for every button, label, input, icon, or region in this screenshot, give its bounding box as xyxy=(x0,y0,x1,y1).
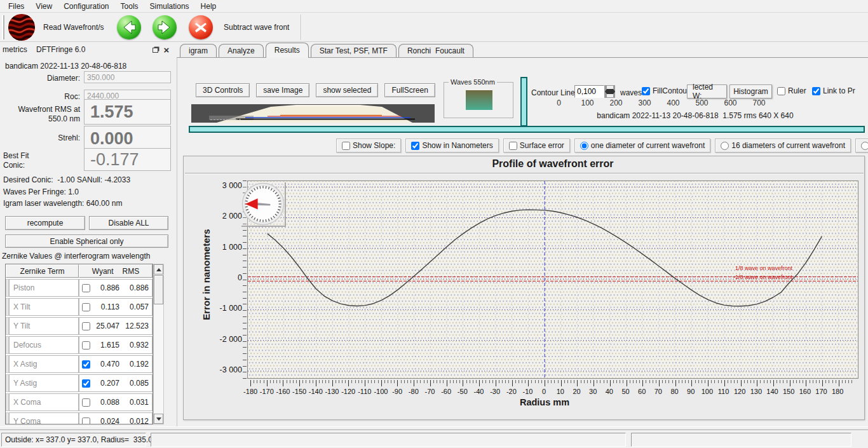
zernike-enable-checkbox[interactable] xyxy=(82,284,90,292)
toolbar-grip[interactable] xyxy=(2,15,4,39)
menu-bar: FilesViewConfigurationToolsSimulationsHe… xyxy=(0,0,868,13)
float-dock-icon[interactable] xyxy=(150,44,160,55)
scroll-down-icon[interactable] xyxy=(154,414,163,424)
option-show-in-nanometers-input[interactable] xyxy=(411,142,419,150)
option-all-wavefronts[interactable]: All wavefronts xyxy=(855,139,868,153)
spin-down-icon[interactable] xyxy=(604,92,614,98)
zernike-enable-checkbox[interactable] xyxy=(82,303,90,311)
contour-value-input[interactable] xyxy=(574,85,604,98)
menu-simulations[interactable]: Simulations xyxy=(144,1,195,12)
zernike-term: Y Astig xyxy=(9,374,79,392)
wavefront-file-name: bandicam 2022-11-13 20-48-06-818 xyxy=(5,62,126,71)
vertical-splitter[interactable] xyxy=(520,77,527,126)
option-show-in-nanometers[interactable]: Show in Nanometers xyxy=(405,139,498,153)
ruler-checkbox-input[interactable] xyxy=(777,87,785,95)
link-profile-checkbox[interactable]: Link to Pr xyxy=(812,86,855,95)
rms-value: 0.932 xyxy=(122,341,149,350)
save-image-button[interactable]: save Image xyxy=(256,83,309,97)
zernike-term: Y Tilt xyxy=(9,317,79,335)
fill-contour-checkbox[interactable]: FillContou xyxy=(642,86,687,95)
zernike-row-x-coma: X Coma0.0880.031 xyxy=(6,393,153,411)
zernike-enable-checkbox[interactable] xyxy=(82,322,90,330)
zernike-term-header[interactable]: Zernike Term xyxy=(6,264,79,278)
disable-all-button[interactable]: Disable ALL xyxy=(89,216,168,230)
ruler-checkbox[interactable]: Ruler xyxy=(777,86,806,95)
scroll-up-icon[interactable] xyxy=(154,264,163,275)
back-arrow-icon[interactable] xyxy=(117,15,141,39)
subtract-wavefront-label[interactable]: Subtract wave front xyxy=(224,23,289,32)
zernike-enable-checkbox[interactable] xyxy=(82,379,90,388)
wyant-value: 25.047 xyxy=(93,322,119,330)
option-label: Show Slope: xyxy=(353,141,395,150)
forward-arrow-icon[interactable] xyxy=(153,15,177,39)
recompute-button[interactable]: recompute xyxy=(5,216,85,230)
zernike-values: 0.1130.057 xyxy=(79,298,153,316)
horizontal-splitter[interactable] xyxy=(189,126,865,133)
spin-up-icon[interactable] xyxy=(604,85,614,92)
scale-tick: 0 xyxy=(545,98,573,107)
profile-chart: Profile of wavefront error Error in nano… xyxy=(183,156,865,420)
ref-line-label: 1/8 wave on wavefront xyxy=(678,266,792,271)
status-message: Outside: x= 337.0 y= 337.0, Radius= 335.… xyxy=(1,433,146,447)
option-one-diameter-of-current-wavefront-input[interactable] xyxy=(580,142,588,150)
chart-title-rule xyxy=(185,173,864,174)
fullscreen-button[interactable]: FullScreen xyxy=(384,83,435,97)
menu-tools[interactable]: Tools xyxy=(115,1,144,12)
tab-star-test-psf-mtf[interactable]: Star Test, PSF, MTF xyxy=(311,44,397,57)
zernike-values: 0.2070.085 xyxy=(79,374,153,392)
zernike-term: Defocus xyxy=(9,336,79,354)
zernike-row-x-tilt: X Tilt0.1130.057 xyxy=(6,298,153,316)
zernike-values: 0.8860.886 xyxy=(79,279,153,297)
option-surface-error[interactable]: Surface error xyxy=(503,139,570,153)
zernike-values-header[interactable]: Wyant RMS xyxy=(79,264,153,278)
zernike-table: Zernike Term Wyant RMS Piston0.8860.886X… xyxy=(5,264,153,424)
zernike-enable-checkbox[interactable] xyxy=(82,398,90,407)
menu-configuration[interactable]: Configuration xyxy=(58,1,114,12)
rms-value: 0.192 xyxy=(122,360,149,369)
option-show-slope-input[interactable] xyxy=(342,142,350,150)
zernike-term: X Coma xyxy=(9,393,79,411)
option-label: Show in Nanometers xyxy=(422,141,492,150)
tab-analyze[interactable]: Analyze xyxy=(219,44,264,57)
tab-ronchi-foucault[interactable]: Ronchi Foucault xyxy=(398,44,473,57)
show-selected-button[interactable]: show selected xyxy=(316,83,378,97)
menu-files[interactable]: Files xyxy=(3,1,30,12)
zernike-table-body: Piston0.8860.886X Tilt0.1130.057Y Tilt25… xyxy=(6,279,153,424)
zernike-enable-checkbox[interactable] xyxy=(82,417,90,425)
option-surface-error-input[interactable] xyxy=(509,142,517,150)
best-fit-conic-value: -0.177 xyxy=(84,148,171,171)
zernike-scrollbar[interactable] xyxy=(153,264,164,424)
option-all-wavefronts-input[interactable] xyxy=(861,142,868,150)
zernike-enable-checkbox[interactable] xyxy=(82,341,90,350)
option-16-diameters-of-current-wavefront[interactable]: 16 diameters of current wavefront xyxy=(715,139,851,153)
wyant-value: 0.113 xyxy=(93,302,119,311)
option-one-diameter-of-current-wavefront[interactable]: one diameter of current wavefront xyxy=(574,139,710,153)
zernike-title: Zernike Values @ interferogram wavelengt… xyxy=(2,252,150,261)
selected-wave-button[interactable]: lected W: xyxy=(687,85,727,98)
zernike-enable-checkbox[interactable] xyxy=(82,360,90,369)
zernike-values: 0.0880.031 xyxy=(79,393,153,411)
zernike-term: Y Coma xyxy=(9,412,79,424)
option-show-slope[interactable]: Show Slope: xyxy=(336,139,401,153)
zernike-row-x-astig: X Astig0.4700.192 xyxy=(6,355,153,373)
y-tick-label: -1 000 xyxy=(209,304,242,313)
fill-contour-checkbox-input[interactable] xyxy=(642,87,650,95)
option-16-diameters-of-current-wavefront-input[interactable] xyxy=(721,142,729,150)
histogram-button[interactable]: Histogram xyxy=(729,85,772,98)
scale-tick: 700 xyxy=(745,98,773,107)
wavefront-preview-image[interactable] xyxy=(191,104,435,123)
tab-igram[interactable]: igram xyxy=(180,44,217,57)
cancel-icon[interactable] xyxy=(189,15,213,39)
diameter-field[interactable] xyxy=(84,71,171,83)
enable-spherical-button[interactable]: Enable Spherical only xyxy=(5,234,168,248)
3d-controls-button[interactable]: 3D Controls xyxy=(196,83,250,97)
close-dock-icon[interactable]: × xyxy=(161,44,172,55)
menu-view[interactable]: View xyxy=(30,1,58,12)
tab-results[interactable]: Results xyxy=(266,43,309,58)
read-wavefronts-label[interactable]: Read Wavefront/s xyxy=(43,23,104,32)
menu-help[interactable]: Help xyxy=(195,1,222,12)
scrollbar-thumb[interactable] xyxy=(154,275,163,304)
link-profile-checkbox-input[interactable] xyxy=(812,87,820,95)
rms-value: 0.057 xyxy=(122,302,149,311)
wyant-value: 0.024 xyxy=(93,417,119,424)
